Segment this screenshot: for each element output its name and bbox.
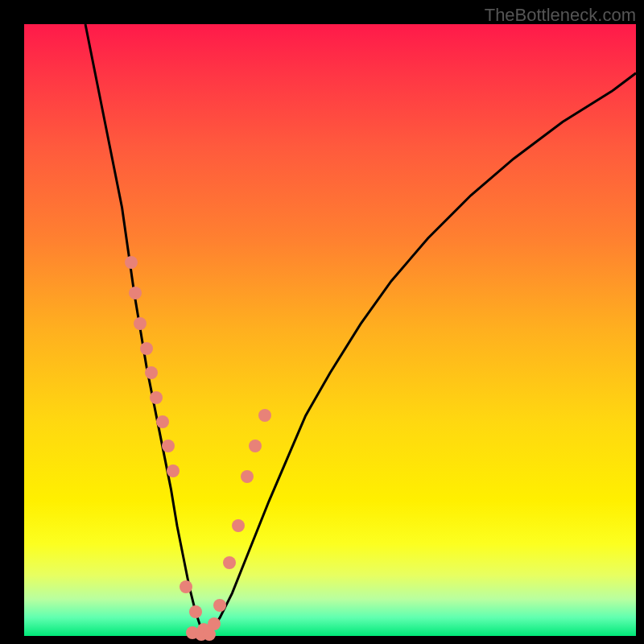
data-point-marker — [145, 366, 158, 379]
data-point-marker — [156, 415, 169, 428]
data-point-marker — [150, 391, 163, 404]
data-point-marker — [203, 628, 216, 641]
data-point-marker — [140, 342, 153, 355]
data-point-marker — [223, 556, 236, 569]
data-point-marker — [180, 580, 192, 593]
data-point-marker — [134, 317, 147, 330]
data-point-marker — [258, 409, 271, 422]
watermark-text: TheBottleneck.com — [485, 5, 636, 26]
data-point-marker — [213, 599, 226, 612]
data-point-marker — [249, 440, 262, 452]
data-point-marker — [129, 287, 142, 299]
data-point-marker — [232, 519, 245, 532]
data-point-marker — [167, 464, 180, 477]
chart-plot-area — [24, 24, 636, 636]
data-markers — [24, 24, 636, 636]
data-point-marker — [125, 256, 138, 269]
data-point-marker — [189, 605, 202, 618]
data-point-marker — [162, 440, 175, 452]
data-point-marker — [241, 470, 254, 483]
